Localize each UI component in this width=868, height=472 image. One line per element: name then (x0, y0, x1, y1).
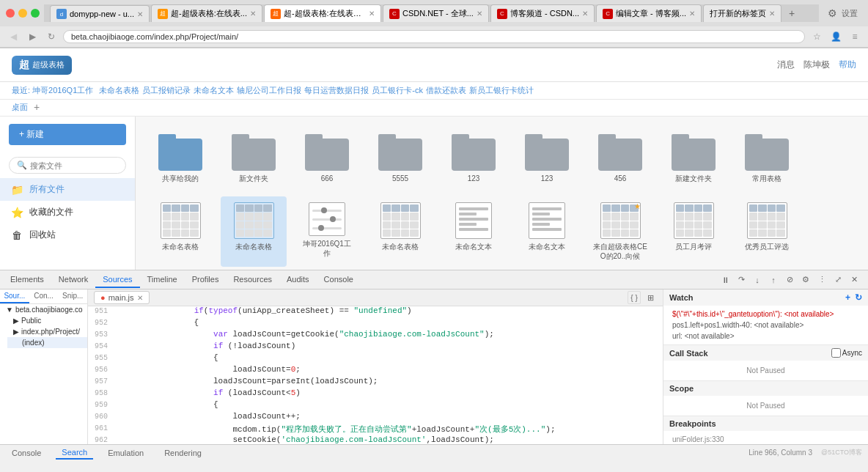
browser-tab-2[interactable]: 超 超-超级表格:在线表... ✕ (151, 4, 262, 22)
file-item-doc2[interactable]: 未命名文本 (514, 196, 580, 267)
bc-item-7[interactable]: 借款还款表 (426, 85, 466, 96)
sources-tab-snip[interactable]: Snip... (58, 290, 87, 303)
close-button[interactable] (6, 9, 15, 18)
devtools-tab-console[interactable]: Console (317, 272, 361, 288)
async-checkbox[interactable] (831, 348, 841, 358)
bookmark-icon[interactable]: ☆ (809, 29, 824, 44)
file-item-sheet2[interactable]: 未命名表格 (221, 196, 287, 267)
file-item-shared[interactable]: 共享给我的 (147, 128, 213, 189)
file-item-common[interactable]: 常用表格 (734, 128, 800, 189)
tab-close-5[interactable]: ✕ (582, 10, 588, 18)
step-over-icon[interactable]: ↷ (735, 273, 748, 287)
tab-close-1[interactable]: ✕ (137, 10, 143, 18)
file-item-123a[interactable]: 123 (441, 128, 507, 189)
user-icon[interactable]: 👤 (828, 29, 843, 44)
new-tab-button[interactable]: + (783, 4, 801, 22)
file-item-123b[interactable]: 123 (514, 128, 580, 189)
file-item-666[interactable]: 666 (294, 128, 360, 189)
tree-item-root[interactable]: ▼beta.chaojibiaoge.co (0, 304, 87, 315)
step-out-icon[interactable]: ↑ (767, 273, 780, 287)
breakpoints-header[interactable]: Breakpoints (663, 416, 868, 431)
minimize-button[interactable] (18, 9, 27, 18)
menu-icon[interactable]: ≡ (847, 29, 862, 44)
tab-close-3[interactable]: ✕ (369, 10, 375, 18)
sources-tab-sour[interactable]: Sour... (0, 290, 29, 303)
bc-item-8[interactable]: 新员工银行卡统计 (469, 85, 534, 96)
bc-item-4[interactable]: 轴尼公司工作日报 (237, 85, 301, 96)
tree-item-indexphp[interactable]: ▶index.php/Project/ (7, 326, 87, 337)
browser-tab-4[interactable]: C CSDN.NET - 全球... ✕ (383, 4, 489, 22)
url-input[interactable]: beta.chaojibiaoge.com/index.php/Project/… (63, 30, 805, 43)
devtools-tab-sources[interactable]: Sources (95, 272, 139, 288)
devtools-tab-network[interactable]: Network (51, 272, 95, 288)
status-tab-console[interactable]: Console (6, 447, 47, 459)
scope-header[interactable]: Scope (663, 381, 868, 396)
settings-icon[interactable]: ⚙ (828, 7, 837, 19)
browser-tab-3[interactable]: 超 超-超级表格:在线表格... ✕ (264, 4, 381, 22)
sources-tab-con[interactable]: Con... (29, 290, 59, 303)
file-item-best[interactable]: 优秀员工评选 (734, 196, 800, 267)
bc-item-5[interactable]: 每日运营数据日报 (304, 85, 369, 96)
forward-button[interactable]: ▶ (25, 29, 40, 44)
settings-devtools-icon[interactable]: ⚙ (799, 273, 812, 287)
close-devtools-icon[interactable]: ✕ (847, 273, 861, 287)
message-link[interactable]: 消息 (777, 59, 795, 71)
file-item-eval[interactable]: 员工月考评 (661, 196, 727, 267)
file-item-doc1[interactable]: 未命名文本 (441, 196, 507, 267)
search-input[interactable] (30, 161, 118, 170)
help-link[interactable]: 帮助 (839, 59, 856, 71)
bc-item-2[interactable]: 员工报销记录 (142, 85, 191, 96)
watch-refresh-btn[interactable]: ↻ (855, 292, 862, 303)
sidebar-item-trash[interactable]: 🗑 回收站 (0, 224, 135, 246)
file-item-sheet1[interactable]: 未命名表格 (147, 196, 213, 267)
tab-close-2[interactable]: ✕ (250, 10, 256, 18)
browser-tab-7[interactable]: 打开新的标签页 ✕ (703, 4, 781, 22)
new-button[interactable]: + 新建 (9, 124, 126, 145)
browser-tab-1[interactable]: d domypp-new - u... ✕ (50, 5, 150, 22)
tree-item-public[interactable]: ▶Public (7, 315, 87, 326)
bc-item-1[interactable]: 未命名表格 (99, 85, 139, 96)
watch-header[interactable]: Watch + ↻ (663, 290, 868, 306)
sidebar-item-favorites[interactable]: ⭐ 收藏的文件 (0, 201, 135, 224)
deactivate-icon[interactable]: ⊘ (783, 273, 796, 287)
file-item-ceo[interactable]: ★ 来自超级表格CEO的20..向候 (587, 196, 653, 267)
file-item-456[interactable]: 456 (587, 128, 653, 189)
browser-tab-6[interactable]: C 编辑文章 - 博客频... ✕ (596, 4, 702, 22)
file-tab-main[interactable]: ● main.js ✕ (94, 291, 150, 304)
tab-close-6[interactable]: ✕ (689, 10, 695, 18)
tab-close-4[interactable]: ✕ (477, 10, 482, 18)
devtools-tab-profiles[interactable]: Profiles (185, 272, 227, 288)
more-icon[interactable]: ⋮ (815, 273, 828, 287)
user-menu[interactable]: 陈坤极 (803, 59, 830, 71)
sidebar-item-all-files[interactable]: 📁 所有文件 (0, 178, 135, 201)
toggle-sidebar-icon[interactable]: ⊞ (644, 291, 657, 304)
bc-item-6[interactable]: 员工银行卡-ck (372, 85, 423, 96)
tree-item-index[interactable]: (index) (7, 337, 87, 348)
file-item-sheet3[interactable]: 未命名表格 (367, 196, 433, 267)
callstack-header[interactable]: Call Stack Async (663, 345, 868, 361)
bc-recent[interactable]: 最近: 坤哥2016Q1工作 (12, 85, 93, 96)
devtools-tab-audits[interactable]: Audits (279, 272, 317, 288)
pause-icon[interactable]: ⏸ (718, 273, 732, 287)
file-item-5555[interactable]: 5555 (367, 128, 433, 189)
back-button[interactable]: ◀ (6, 29, 21, 44)
bc-item-3[interactable]: 未命名文本 (194, 85, 234, 96)
browser-tab-5[interactable]: C 博客频道 - CSDN... ✕ (490, 4, 595, 22)
tab-close-7[interactable]: ✕ (769, 10, 775, 18)
format-icon[interactable]: { } (628, 291, 641, 304)
status-tab-search[interactable]: Search (56, 446, 93, 460)
watch-add-btn[interactable]: + (845, 292, 850, 303)
step-into-icon[interactable]: ↓ (751, 273, 764, 287)
reload-button[interactable]: ↻ (44, 29, 59, 44)
add-desk-tab[interactable]: + (34, 101, 40, 113)
file-tab-close[interactable]: ✕ (137, 294, 143, 302)
undock-icon[interactable]: ⤢ (831, 273, 845, 287)
maximize-button[interactable] (31, 9, 40, 18)
status-tab-emulation[interactable]: Emulation (102, 447, 150, 459)
desk-tab[interactable]: 桌面 (12, 102, 28, 113)
devtools-tab-elements[interactable]: Elements (3, 272, 51, 288)
code-editor[interactable]: 951 if(typeof(uniApp_createSheet) == "un… (88, 306, 663, 444)
devtools-tab-resources[interactable]: Resources (226, 272, 279, 288)
status-tab-rendering[interactable]: Rendering (158, 447, 207, 459)
file-item-sliders[interactable]: 坤哥2016Q1工 作 (294, 196, 360, 267)
